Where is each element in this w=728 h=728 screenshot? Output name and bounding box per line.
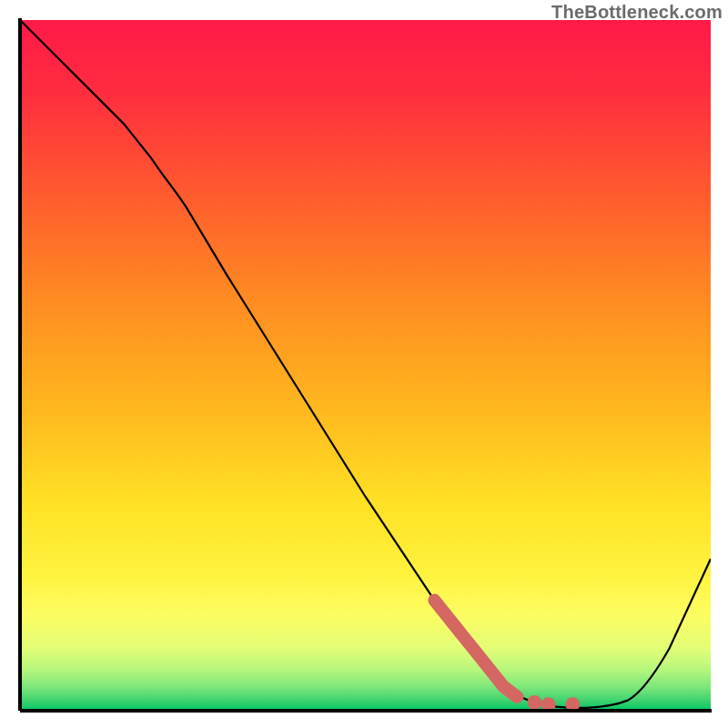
axes: [0, 0, 728, 728]
chart-container: TheBottleneck.com: [0, 0, 728, 728]
attribution-label: TheBottleneck.com: [551, 2, 723, 23]
